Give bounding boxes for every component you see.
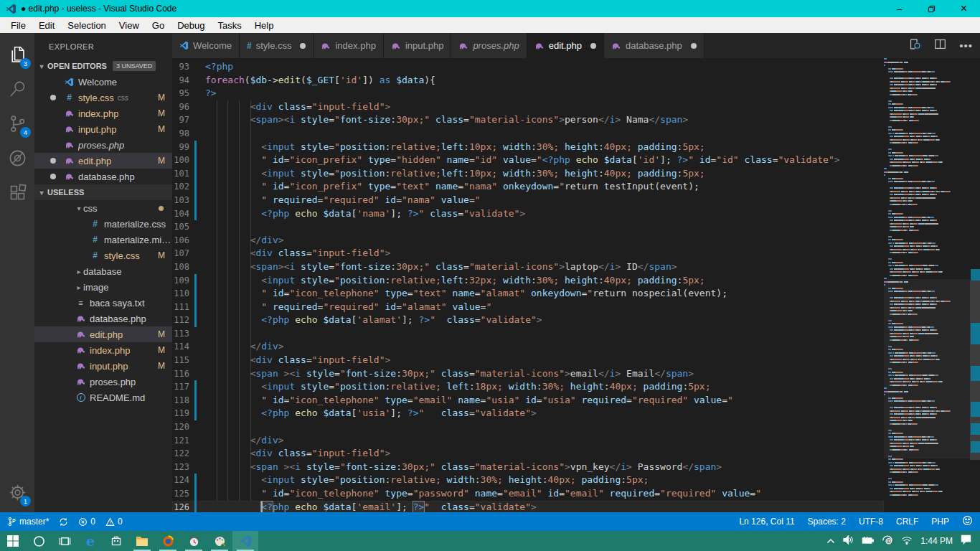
restore-button[interactable] — [915, 0, 948, 17]
open-editor-item[interactable]: edit.phpM — [34, 153, 172, 169]
explorer-icon[interactable]: 3 — [0, 39, 34, 70]
sync-icon[interactable] — [59, 517, 68, 527]
errors-item[interactable]: 0 — [78, 517, 95, 527]
menu-view[interactable]: View — [113, 17, 146, 33]
tree-item[interactable]: ▸database — [34, 263, 172, 279]
file-explorer-button[interactable] — [129, 531, 155, 551]
warnings-item[interactable]: 0 — [105, 517, 123, 527]
menu-edit[interactable]: Edit — [32, 17, 61, 33]
code-line[interactable]: 102 " id="icon_prefix" type="text" name=… — [172, 180, 884, 194]
code-line[interactable]: 114 </div> — [172, 340, 884, 354]
minimap[interactable] — [884, 58, 970, 512]
action-center-icon[interactable] — [961, 534, 971, 547]
close-button[interactable]: × — [948, 0, 980, 17]
tree-item[interactable]: ≡baca saya.txt — [34, 295, 172, 311]
code-line[interactable]: 110 " id="icon_telephone" type="text" na… — [172, 287, 884, 301]
encoding[interactable]: UTF-8 — [859, 517, 883, 527]
code-line[interactable]: 121 </div> — [172, 434, 884, 448]
settings-gear-icon[interactable]: 1 — [0, 476, 34, 508]
eol-sequence[interactable]: CRLF — [896, 517, 918, 527]
code-line[interactable]: 99 <input style="position:relative;left:… — [172, 141, 884, 154]
battery-icon[interactable] — [862, 534, 874, 547]
code-line[interactable]: 113 — [172, 327, 884, 341]
open-editor-item[interactable]: database.php — [34, 169, 172, 184]
code-line[interactable]: 97 <span><i style="font-size:30px;" clas… — [172, 113, 884, 127]
tree-item[interactable]: edit.phpM — [34, 326, 172, 342]
split-editor-icon[interactable] — [934, 38, 946, 53]
cortana-button[interactable] — [26, 531, 52, 551]
start-button[interactable] — [0, 531, 26, 551]
code-line[interactable]: 105 — [172, 220, 884, 234]
code-line[interactable]: 95?> — [172, 87, 884, 100]
tab-proses-php[interactable]: proses.php — [451, 33, 527, 58]
code-line[interactable]: 118 " id="icon_telephone" type="email" n… — [172, 394, 884, 408]
open-preview-icon[interactable] — [909, 38, 921, 53]
menu-debug[interactable]: Debug — [171, 17, 211, 33]
code-line[interactable]: 116 <span ><i style="font-size:30px;" cl… — [172, 367, 884, 381]
more-actions-icon[interactable]: ••• — [959, 39, 973, 52]
firefox-button[interactable] — [155, 531, 181, 551]
tree-item[interactable]: #materialize.min.css — [34, 232, 172, 248]
code-line[interactable]: 106 </div> — [172, 234, 884, 248]
tab-style-css[interactable]: #style.css — [240, 33, 314, 58]
tree-item[interactable]: #style.cssM — [34, 248, 172, 263]
tray-chevron-up-icon[interactable] — [826, 534, 835, 547]
code-line[interactable]: 96 <div class="input-field"> — [172, 100, 884, 114]
wifi-icon[interactable] — [901, 534, 913, 547]
tree-item[interactable]: iREADME.md — [34, 390, 172, 405]
code-line[interactable]: 123 <span ><i style="font-size:30px;" cl… — [172, 461, 884, 474]
code-line[interactable]: 94foreach($db->edit($_GET['id']) as $dat… — [172, 74, 884, 88]
tab-edit-php[interactable]: edit.php — [527, 33, 604, 58]
vscode-taskbar-button[interactable] — [232, 531, 258, 551]
code-line[interactable]: 98 — [172, 127, 884, 141]
source-control-icon[interactable]: 4 — [0, 108, 34, 139]
open-editor-item[interactable]: proses.php — [34, 137, 172, 153]
editor-scrollbar[interactable] — [970, 58, 980, 512]
tree-item[interactable]: index.phpM — [34, 342, 172, 358]
open-editor-item[interactable]: input.phpM — [34, 121, 172, 137]
code-line[interactable]: 107 <div class="input-field"> — [172, 247, 884, 260]
menu-help[interactable]: Help — [248, 17, 281, 33]
taskbar-clock[interactable]: 1:44 PM — [920, 536, 953, 546]
code-line[interactable]: 109 <input style="position:relative;left… — [172, 274, 884, 288]
code-line[interactable]: 112 <?php echo $data['alamat']; ?>" clas… — [172, 314, 884, 327]
open-editor-item[interactable]: Welcome — [34, 74, 172, 90]
code-line[interactable]: 101 <input style="position:relative;left… — [172, 167, 884, 181]
editor-pane[interactable]: 93<?php94foreach($db->edit($_GET['id']) … — [172, 58, 980, 512]
tree-item[interactable]: #materialize.css — [34, 216, 172, 232]
code-line[interactable]: 119 <?php echo $data['usia']; ?>" class=… — [172, 407, 884, 420]
code-line[interactable]: 120 — [172, 420, 884, 434]
tab-index-php[interactable]: index.php — [314, 33, 383, 58]
tree-item[interactable]: input.phpM — [34, 358, 172, 374]
feedback-smiley-icon[interactable] — [962, 515, 973, 528]
tree-item[interactable]: ▸image — [34, 279, 172, 295]
debug-icon[interactable] — [0, 142, 34, 174]
code-line[interactable]: 122 <div class="input-field"> — [172, 447, 884, 461]
paint-button[interactable] — [207, 531, 232, 551]
menu-tasks[interactable]: Tasks — [211, 17, 248, 33]
code-line[interactable]: 117 <input style="position:relative; lef… — [172, 380, 884, 394]
code-line[interactable]: 100 " id="icon_prefix" type="hidden" nam… — [172, 154, 884, 167]
tab-input-php[interactable]: input.php — [384, 33, 452, 58]
open-editors-header[interactable]: ▾ OPEN EDITORS 3 UNSAVED — [34, 58, 172, 74]
code-line[interactable]: 103 " required="required" id="nama" valu… — [172, 194, 884, 207]
indentation[interactable]: Spaces: 2 — [808, 517, 846, 527]
code-line[interactable]: 124 <input style="position:relative; wid… — [172, 474, 884, 487]
code-line[interactable]: 104 <?php echo $data['nama']; ?>" class=… — [172, 207, 884, 221]
open-editor-item[interactable]: #style.csscssM — [34, 90, 172, 105]
code-line[interactable]: 126 <?php echo $data['email']; ?>" class… — [172, 501, 884, 512]
tab-database-php[interactable]: database.php — [604, 33, 705, 58]
language-mode[interactable]: PHP — [931, 517, 949, 527]
cursor-position[interactable]: Ln 126, Col 11 — [739, 517, 794, 527]
edge-button[interactable]: e — [77, 531, 103, 551]
minimize-button[interactable]: – — [883, 0, 915, 17]
volume-icon[interactable] — [843, 534, 854, 547]
code-line[interactable]: 108 <span><i style="font-size:30px;" cla… — [172, 260, 884, 274]
code-line[interactable]: 125 " id="icon_telephone" type="password… — [172, 487, 884, 501]
menu-file[interactable]: File — [4, 17, 32, 33]
tree-item[interactable]: proses.php — [34, 374, 172, 390]
tree-item[interactable]: database.php — [34, 311, 172, 326]
tab-welcome[interactable]: Welcome — [172, 33, 240, 58]
open-editor-item[interactable]: index.phpM — [34, 105, 172, 121]
extensions-icon[interactable] — [0, 176, 34, 208]
